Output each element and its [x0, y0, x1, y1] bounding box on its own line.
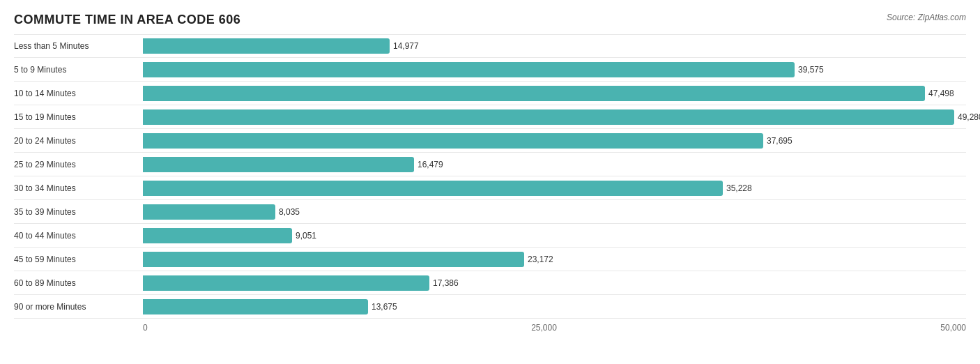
bar-value: 49,280: [958, 112, 980, 122]
bar-row: 20 to 24 Minutes37,695: [14, 129, 966, 153]
bar-label: 15 to 19 Minutes: [14, 112, 143, 122]
chart-container: COMMUTE TIME IN AREA CODE 606 Source: Zi…: [0, 0, 980, 364]
bar-row: Less than 5 Minutes14,977: [14, 34, 966, 58]
bar-fill: [143, 252, 524, 267]
bar-fill: [143, 228, 292, 243]
bar-label: 25 to 29 Minutes: [14, 160, 143, 169]
bar-fill: [143, 181, 723, 196]
bar-value: 14,977: [393, 41, 419, 51]
bar-fill: [143, 204, 275, 220]
bar-track: 17,386: [143, 275, 966, 291]
bar-value: 39,575: [798, 65, 824, 75]
bar-fill: [143, 299, 368, 314]
bar-fill: [143, 109, 954, 125]
bar-row: 15 to 19 Minutes49,280: [14, 105, 966, 129]
bar-track: 35,228: [143, 181, 966, 196]
bar-label: 10 to 14 Minutes: [14, 89, 143, 98]
bar-label: 40 to 44 Minutes: [14, 231, 143, 241]
x-axis-tick: 0: [143, 323, 148, 333]
bar-row: 25 to 29 Minutes16,479: [14, 153, 966, 176]
bar-row: 90 or more Minutes13,675: [14, 295, 966, 319]
bar-row: 40 to 44 Minutes9,051: [14, 224, 966, 248]
chart-source: Source: ZipAtlas.com: [887, 13, 966, 22]
bar-label: 90 or more Minutes: [14, 302, 143, 312]
bar-track: 16,479: [143, 157, 966, 172]
bar-value: 23,172: [528, 255, 553, 264]
chart-title: COMMUTE TIME IN AREA CODE 606: [14, 13, 240, 27]
bar-fill: [143, 86, 925, 101]
bar-row: 30 to 34 Minutes35,228: [14, 176, 966, 200]
bar-track: 13,675: [143, 299, 966, 314]
bar-track: 39,575: [143, 62, 966, 77]
bar-track: 9,051: [143, 228, 966, 243]
bar-label: Less than 5 Minutes: [14, 41, 143, 51]
chart-area: Less than 5 Minutes14,9775 to 9 Minutes3…: [14, 34, 966, 319]
bar-value: 37,695: [767, 136, 793, 146]
bar-value: 9,051: [296, 231, 316, 241]
bar-label: 5 to 9 Minutes: [14, 65, 143, 75]
bar-fill: [143, 133, 763, 149]
x-axis: 025,00050,000: [143, 323, 966, 333]
bar-track: 37,695: [143, 133, 966, 149]
bar-track: 8,035: [143, 204, 966, 220]
bar-row: 35 to 39 Minutes8,035: [14, 200, 966, 224]
bar-row: 45 to 59 Minutes23,172: [14, 248, 966, 271]
bar-value: 16,479: [418, 160, 443, 169]
x-axis-tick: 50,000: [940, 323, 966, 333]
bar-fill: [143, 62, 795, 77]
bar-label: 60 to 89 Minutes: [14, 278, 143, 288]
bar-label: 35 to 39 Minutes: [14, 207, 143, 217]
bar-row: 60 to 89 Minutes17,386: [14, 271, 966, 295]
bar-label: 20 to 24 Minutes: [14, 136, 143, 146]
bar-row: 10 to 14 Minutes47,498: [14, 82, 966, 105]
bar-track: 49,280: [143, 109, 966, 125]
bar-label: 45 to 59 Minutes: [14, 255, 143, 264]
x-axis-tick: 25,000: [531, 323, 557, 333]
bar-track: 47,498: [143, 86, 966, 101]
bar-label: 30 to 34 Minutes: [14, 183, 143, 193]
chart-header: COMMUTE TIME IN AREA CODE 606 Source: Zi…: [14, 13, 966, 27]
bar-row: 5 to 9 Minutes39,575: [14, 58, 966, 82]
bar-value: 47,498: [928, 89, 954, 98]
bar-track: 23,172: [143, 252, 966, 267]
x-axis-labels: 025,00050,000: [143, 323, 966, 333]
bar-value: 8,035: [279, 207, 300, 217]
bar-fill: [143, 38, 390, 54]
bar-track: 14,977: [143, 38, 966, 54]
bar-fill: [143, 157, 414, 172]
bar-value: 13,675: [372, 302, 397, 312]
bar-fill: [143, 275, 429, 291]
bar-value: 17,386: [433, 278, 459, 288]
bar-value: 35,228: [726, 183, 752, 193]
